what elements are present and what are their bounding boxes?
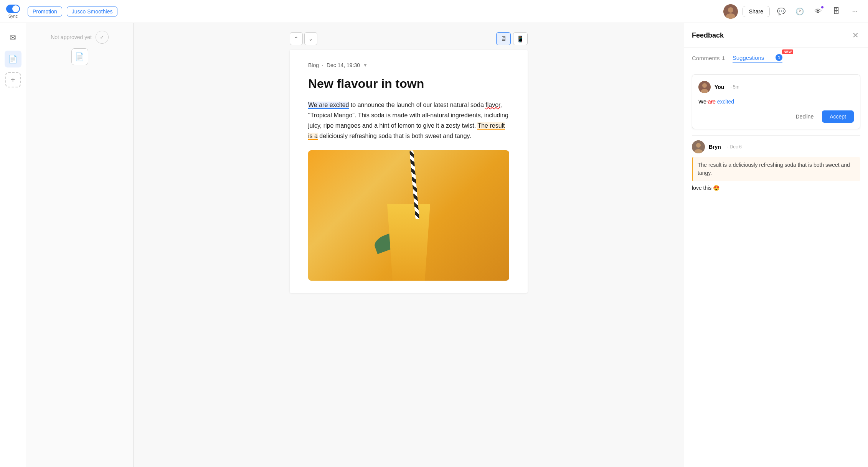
tab-comments-label: Comments [692, 55, 720, 61]
meta-dropdown-icon[interactable]: ▼ [363, 62, 368, 68]
close-feedback-button[interactable]: ✕ [851, 29, 860, 41]
tab-comments-count: 1 [722, 55, 725, 61]
archive-icon-button[interactable]: 🗄 [830, 5, 843, 18]
promotion-tag[interactable]: Promotion [28, 7, 62, 16]
nav-down-button[interactable]: ⌄ [304, 32, 317, 45]
suggestion-text-before: We [698, 99, 706, 105]
doc-icon: 📄 [8, 54, 18, 64]
suggestion-text: We are excited [698, 98, 854, 106]
history-icon: 🕐 [795, 7, 804, 16]
desktop-icon: 🖥 [500, 35, 507, 42]
comment-date: · Dec 6 [727, 144, 742, 150]
tab-suggestions-new-badge: NEW [782, 49, 793, 54]
sync-label: Sync [8, 14, 18, 18]
article-title: New flavour in town [308, 76, 509, 92]
article-image [308, 150, 509, 281]
sidebar-item-mail[interactable]: ✉ [5, 29, 21, 46]
sync-area: Sync [6, 5, 20, 18]
approve-button[interactable]: ✓ [96, 31, 109, 44]
mail-icon: ✉ [10, 33, 16, 42]
suggestion-strikethrough: are [706, 99, 716, 105]
ellipsis-icon: ··· [852, 7, 858, 15]
brand-tag[interactable]: Jusco Smoothies [67, 7, 118, 16]
document-icon: 📄 [75, 52, 84, 61]
feedback-body: You · 5m We are excited Decline Accept [684, 68, 868, 467]
tab-suggestions[interactable]: Suggestions NEW 1 [733, 53, 783, 63]
svg-point-1 [728, 7, 733, 13]
article: Blog · Dec 14, 19:30 ▼ New flavour in to… [290, 50, 528, 293]
tab-suggestions-count: 1 [776, 54, 782, 61]
sidebar-item-doc[interactable]: 📄 [5, 51, 21, 67]
main-layout: ✉ 📄 + Not approved yet ✓ 📄 ⌃ ⌄ 🖥 [0, 23, 868, 467]
content-area: ⌃ ⌄ 🖥 📱 Blog · Dec 14, 19:30 ▼ New flavo… [134, 23, 684, 467]
feedback-title: Feedback [692, 31, 724, 39]
user-avatar[interactable] [723, 4, 738, 19]
topbar: Sync Promotion Jusco Smoothies Share 💬 🕐… [0, 0, 868, 23]
suggestion-user-name: You [715, 84, 724, 90]
comment-quote: The result is a deliciously refreshing s… [692, 157, 860, 181]
feedback-header: Feedback ✕ [684, 23, 868, 48]
article-body: We are excited to announce the launch of… [308, 100, 509, 141]
history-icon-button[interactable]: 🕐 [793, 5, 807, 18]
article-type: Blog [308, 62, 319, 68]
suggestion-card-header: You · 5m [698, 81, 854, 93]
suggestion-user-avatar [698, 81, 711, 93]
notification-badge [820, 5, 824, 9]
glass-decoration [382, 204, 436, 281]
tab-suggestions-label: Suggestions [733, 54, 764, 61]
suggestion-card: You · 5m We are excited Decline Accept [692, 74, 860, 129]
desktop-view-button[interactable]: 🖥 [496, 32, 511, 45]
svg-point-4 [702, 83, 707, 88]
feedback-tabs: Comments 1 Suggestions NEW 1 [684, 48, 868, 68]
highlighted-text: We are excited [308, 102, 349, 109]
article-date: Dec 14, 19:30 [327, 62, 360, 68]
comment-header: Bryn · Dec 6 [692, 140, 860, 153]
sync-toggle[interactable] [6, 5, 20, 13]
sidebar: ✉ 📄 + [0, 23, 26, 467]
feedback-panel: Feedback ✕ Comments 1 Suggestions NEW 1 [684, 23, 868, 467]
mobile-icon: 📱 [517, 35, 524, 43]
accept-button[interactable]: Accept [822, 110, 854, 123]
body-text-2: deliciously refreshing soda that is both… [318, 133, 471, 139]
status-bar: Not approved yet ✓ 📄 [26, 23, 134, 467]
chat-icon-button[interactable]: 💬 [774, 5, 788, 18]
mobile-view-button[interactable]: 📱 [513, 32, 528, 45]
approval-status: Not approved yet ✓ [51, 31, 109, 44]
comment-text: love this 😍 [692, 185, 860, 191]
share-button[interactable]: Share [743, 6, 770, 17]
comment-user-avatar [692, 140, 705, 153]
chat-icon: 💬 [777, 7, 785, 16]
comment-card: Bryn · Dec 6 The result is a deliciously… [692, 135, 860, 196]
nav-up-button[interactable]: ⌃ [290, 32, 303, 45]
archive-icon: 🗄 [833, 7, 840, 15]
suggestion-time: · 5m [730, 84, 739, 90]
svg-point-7 [696, 143, 701, 148]
tab-comments[interactable]: Comments 1 [692, 53, 725, 63]
suggestion-actions: Decline Accept [698, 110, 854, 123]
body-text-flavor: flavor [485, 102, 500, 108]
add-icon: + [11, 76, 15, 84]
more-options-button[interactable]: ··· [848, 5, 862, 18]
comment-user-name: Bryn [709, 144, 721, 150]
view-icon-button[interactable]: 👁 [811, 5, 825, 18]
decline-button[interactable]: Decline [791, 111, 818, 122]
suggestion-inserted: excited [716, 99, 734, 105]
article-meta: Blog · Dec 14, 19:30 ▼ [308, 62, 509, 68]
document-icon-button[interactable]: 📄 [71, 48, 88, 65]
not-approved-label: Not approved yet [51, 34, 92, 40]
sidebar-add-button[interactable]: + [5, 72, 21, 87]
